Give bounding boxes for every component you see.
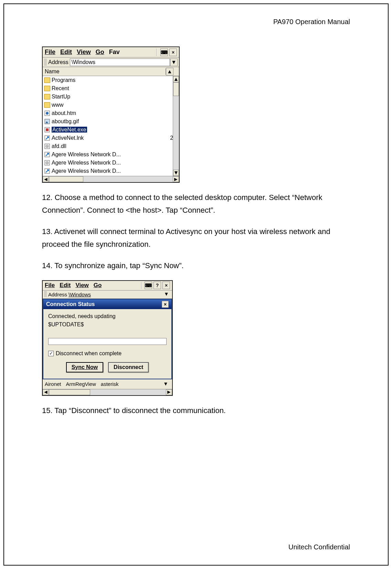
address-dropdown-icon[interactable]: ▼ [164,291,171,298]
scroll-thumb[interactable] [173,82,179,96]
file-row[interactable]: aboutbg.gif1 [43,117,179,126]
scroll-up-icon[interactable]: ▲ [173,76,179,82]
svg-point-13 [47,162,48,164]
file-row[interactable]: about.htm3 [43,109,179,117]
file-row[interactable]: ActiveNet.exe4 [43,126,179,134]
file-name: aboutbg.gif [52,118,164,125]
checkbox-label: Disconnect when complete [56,350,121,357]
help-icon[interactable]: ? [153,282,161,289]
file-row[interactable]: Agere Wireless Network D...7 [43,150,179,159]
gripper-icon [44,59,47,66]
progress-bar [48,338,167,345]
file-row[interactable]: Agere Wireless Network D...2 [43,159,179,167]
scroll-left-icon[interactable]: ◄ [43,176,49,182]
sort-ascending-icon[interactable]: ▲ [166,68,173,75]
step-14: 14. To synchronize again, tap “Sync Now”… [42,259,350,272]
scroll-thumb[interactable] [49,389,90,395]
file-name: Programs [52,77,164,83]
dialog-titlebar: Connection Status × [43,299,171,309]
file-name: ActiveNet.exe [52,127,164,133]
menu-file[interactable]: File [45,49,55,56]
taskbar-item-armregview[interactable]: ArmRegView [66,381,96,387]
image-file-icon [44,119,50,124]
file-row[interactable]: ActiveNet.lnk25 [43,134,179,142]
dll-file-icon [44,144,50,149]
dialog-button-row: Sync Now Disconnect [48,362,167,372]
connection-status-dialog: Connection Status × Connected, needs upd… [43,299,172,379]
file-row[interactable]: www [43,101,179,109]
step-15: 15. Tap “Disconnect” to disconnect the c… [42,404,350,417]
close-icon[interactable]: × [162,282,170,289]
scroll-thumb[interactable] [49,176,83,182]
file-name: afd.dll [52,143,164,149]
menubar: File Edit View Go Fav ⌨ × [43,47,179,57]
file-name: ActiveNet.lnk [52,135,164,141]
menu-go[interactable]: Go [96,49,104,56]
menu-go[interactable]: Go [94,282,102,289]
address-input[interactable]: \Windows [70,59,170,66]
menu-file[interactable]: File [45,282,55,289]
close-icon[interactable]: × [162,301,169,308]
keyboard-icon[interactable]: ⌨ [145,282,152,289]
toolbar-divider [141,282,142,289]
taskbar-item-asterisk[interactable]: asterisk [101,381,119,387]
menu-edit[interactable]: Edit [60,49,72,56]
scroll-left-icon[interactable]: ◄ [43,389,49,395]
shortcut-icon [44,135,50,141]
file-name: www [52,102,164,108]
disconnect-button[interactable]: Disconnect [108,362,149,372]
taskbar: Aironet ArmRegView asterisk ▼ [43,379,172,389]
menu-edit[interactable]: Edit [60,282,71,289]
address-dropdown-icon[interactable]: ▼ [170,59,178,66]
svg-point-9 [47,146,48,147]
vertical-scrollbar[interactable]: ▲ ▼ [173,76,179,176]
screenshot-file-explorer: File Edit View Go Fav ⌨ × Address \Windo… [42,46,180,183]
horizontal-scrollbar[interactable]: ◄ ► [43,389,172,395]
folder-icon [44,86,50,91]
checkbox[interactable]: ✓ [48,351,54,356]
sync-now-button[interactable]: Sync Now [66,362,103,372]
folder-icon [44,102,50,108]
scroll-track[interactable] [173,96,179,170]
menu-favorites[interactable]: Fav [109,49,120,56]
scroll-right-icon[interactable]: ► [173,176,179,182]
scroll-right-icon[interactable]: ► [166,389,172,395]
close-icon[interactable]: × [169,49,177,56]
dialog-title: Connection Status [46,301,162,307]
file-row[interactable]: StartUp [43,93,179,101]
scroll-track[interactable] [49,389,166,395]
shortcut-icon [44,168,50,174]
exe-file-icon [44,127,50,133]
step-12: 12. Choose a method to connect to the se… [42,191,350,217]
file-row[interactable]: afd.dll7 [43,142,179,150]
html-file-icon [44,110,50,116]
shortcut-icon [44,152,50,157]
address-value[interactable]: \Windows [68,292,164,297]
folder-icon [44,77,50,83]
file-name: Agere Wireless Network D... [52,168,164,174]
scroll-track[interactable] [49,176,173,182]
toolbar-divider [156,49,157,56]
address-bar: Address \Windows ▼ [43,291,172,299]
address-value: \Windows [72,59,95,65]
file-row[interactable]: Agere Wireless Network D...2 [43,167,179,175]
address-label: Address [48,292,67,297]
status-text: Connected, needs updating [48,313,167,319]
menu-view[interactable]: View [75,282,88,289]
taskbar-dropdown-icon[interactable]: ▼ [163,381,170,388]
horizontal-scrollbar[interactable]: ◄ ► [43,176,179,182]
file-name: Recent [52,85,164,92]
column-name[interactable]: Name [43,69,166,75]
taskbar-item-aironet[interactable]: Aironet [45,381,61,387]
scroll-down-icon[interactable]: ▼ [173,170,179,176]
file-row[interactable]: Recent [43,84,179,93]
disconnect-when-complete-row: ✓ Disconnect when complete [48,350,167,357]
step-13: 13. Activenet will connect terminal to A… [42,225,350,251]
page-header: PA970 Operation Manual [42,18,350,26]
file-row[interactable]: Programs [43,76,179,84]
keyboard-icon[interactable]: ⌨ [160,49,168,56]
address-bar: Address \Windows ▼ [43,57,179,67]
menubar: File Edit View Go ⌨ ? × [43,281,172,291]
screenshot-connection-status: File Edit View Go ⌨ ? × Address \Windows… [42,280,173,396]
menu-view[interactable]: View [77,49,91,56]
